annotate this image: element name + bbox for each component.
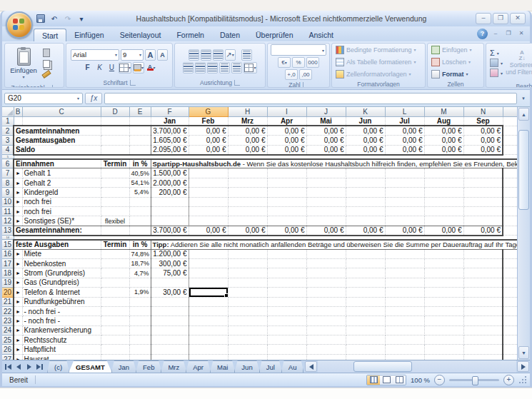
cell-H22[interactable] — [228, 306, 267, 315]
close-button[interactable]: ✕ — [510, 13, 526, 24]
column-header-K[interactable]: K — [346, 107, 385, 116]
cell-C26[interactable]: Haftpflicht — [22, 345, 101, 354]
cell-J10[interactable] — [306, 197, 346, 206]
cell-E7[interactable]: 40,5% — [129, 168, 151, 178]
cell-B27[interactable]: ► — [14, 354, 22, 360]
cell-N10[interactable] — [463, 197, 503, 206]
cell-I2[interactable]: 0,00 € — [267, 126, 306, 135]
row-header-2[interactable]: 2 — [2, 126, 14, 135]
cell-I17[interactable] — [267, 258, 306, 268]
cell-N27[interactable] — [463, 354, 503, 360]
align-bottom-button[interactable] — [213, 49, 224, 61]
cell-L12[interactable] — [385, 216, 424, 226]
cell-E9[interactable]: 5,4% — [129, 188, 151, 197]
cell-L17[interactable] — [385, 258, 424, 268]
cell-D23[interactable] — [101, 316, 129, 325]
cell-K9[interactable] — [346, 188, 385, 197]
cell-N18[interactable] — [463, 268, 503, 278]
cell-H20[interactable] — [228, 288, 267, 297]
cell-G7[interactable] — [189, 168, 228, 178]
cell-K8[interactable] — [346, 178, 385, 187]
cell-C16[interactable]: Miete — [22, 249, 101, 258]
cell-L18[interactable] — [385, 268, 424, 278]
column-header-H[interactable]: H — [228, 107, 267, 116]
row-header-24[interactable]: 24 — [2, 325, 14, 335]
alignment-dialog-launcher[interactable] — [234, 80, 240, 86]
cell-B6[interactable]: Einnahmen — [14, 159, 101, 168]
cell-J23[interactable] — [306, 316, 346, 325]
cell-H16[interactable] — [228, 249, 267, 258]
cell-H18[interactable] — [228, 268, 267, 278]
cell-L10[interactable] — [385, 197, 424, 206]
cell-D21[interactable] — [101, 297, 129, 306]
copy-button[interactable] — [41, 59, 51, 68]
increase-decimal-button[interactable]: +,0 — [285, 69, 298, 80]
number-format-combo[interactable]: ▾ — [271, 44, 326, 56]
cell-L9[interactable] — [385, 188, 424, 197]
ribbon-tab-ansicht[interactable]: Ansicht — [301, 29, 341, 41]
cell-F3[interactable]: 1.605,00 € — [151, 136, 189, 145]
cell-N16[interactable] — [463, 249, 503, 258]
cell-G2[interactable]: 0,00 € — [189, 126, 228, 135]
ribbon-tab-überprüfen[interactable]: Überprüfen — [248, 29, 301, 41]
cell-F17[interactable]: 300,00 € — [151, 258, 189, 268]
cell-F6[interactable]: Spartipp-Haushaltsbuch.de - Wenn Sie das… — [151, 159, 517, 168]
cell-H13[interactable]: 0,00 € — [228, 226, 267, 235]
cell-L23[interactable] — [385, 316, 424, 325]
cell-H25[interactable] — [228, 335, 267, 345]
cell-I26[interactable] — [267, 345, 306, 354]
cell-B1[interactable] — [14, 116, 22, 126]
cell-F22[interactable] — [151, 306, 189, 315]
cell-N13[interactable]: 0,00 € — [463, 226, 503, 235]
cell-B4[interactable]: Saldo — [14, 145, 101, 154]
sheet-tab-feb[interactable]: Feb — [136, 360, 161, 373]
restore-button[interactable]: ❐ — [493, 13, 508, 24]
cell-D24[interactable] — [101, 325, 129, 335]
vertical-scroll-thumb[interactable] — [518, 130, 529, 210]
cell-H4[interactable]: 0,00 € — [228, 145, 267, 154]
cell-M13[interactable]: 0,00 € — [424, 226, 463, 235]
cell-K10[interactable] — [346, 197, 385, 206]
cell-C25[interactable]: Rechtsschutz — [22, 335, 101, 345]
cell-M12[interactable] — [424, 216, 463, 226]
cell-F23[interactable] — [151, 316, 189, 325]
cell-E27[interactable] — [129, 354, 151, 360]
cell-M25[interactable] — [424, 335, 463, 345]
column-header-F[interactable]: F — [151, 107, 189, 116]
cell-E22[interactable] — [129, 306, 151, 315]
row-header-23[interactable]: 23 — [2, 316, 14, 325]
row-header-25[interactable]: 25 — [2, 335, 14, 345]
font-color-button[interactable]: A▾ — [146, 62, 156, 74]
cell-I7[interactable] — [267, 168, 306, 178]
cell-F19[interactable] — [151, 278, 189, 287]
cell-K26[interactable] — [346, 345, 385, 354]
cell-N26[interactable] — [463, 345, 503, 354]
cell-F11[interactable] — [151, 207, 189, 216]
row-header-22[interactable]: 22 — [2, 306, 14, 315]
cell-G22[interactable] — [189, 306, 228, 315]
horizontal-scroll-thumb[interactable] — [353, 361, 412, 372]
autosum-button[interactable]: Σ▾ — [488, 49, 504, 58]
cell-D2[interactable] — [101, 126, 129, 135]
cell-L3[interactable]: 0,00 € — [385, 136, 424, 145]
cell-E18[interactable]: 4,7% — [129, 268, 151, 278]
cell-J2[interactable]: 0,00 € — [306, 126, 346, 135]
cell-E17[interactable]: 18,7% — [129, 258, 151, 268]
cell-L4[interactable]: 0,00 € — [385, 145, 424, 154]
borders-button[interactable]: ▾ — [119, 62, 131, 74]
cell-F21[interactable] — [151, 297, 189, 306]
cell-F9[interactable]: 200,00 € — [151, 188, 189, 197]
cell-L13[interactable]: 0,00 € — [385, 226, 424, 235]
number-dialog-launcher[interactable] — [303, 82, 308, 88]
cell-L1[interactable]: Jul — [385, 116, 424, 126]
cell-I3[interactable]: 0,00 € — [267, 136, 306, 145]
cell-N9[interactable] — [463, 188, 503, 197]
align-middle-button[interactable] — [201, 49, 211, 61]
align-left-button[interactable] — [183, 62, 194, 74]
zoom-out-icon[interactable]: − — [434, 375, 445, 385]
cell-D6[interactable]: Termin — [101, 159, 129, 168]
cell-B2[interactable]: Gesamteinnahmen — [14, 126, 101, 135]
cell-C10[interactable]: noch frei — [22, 197, 101, 206]
cell-G19[interactable] — [189, 278, 228, 287]
cell-G20[interactable] — [189, 288, 228, 297]
